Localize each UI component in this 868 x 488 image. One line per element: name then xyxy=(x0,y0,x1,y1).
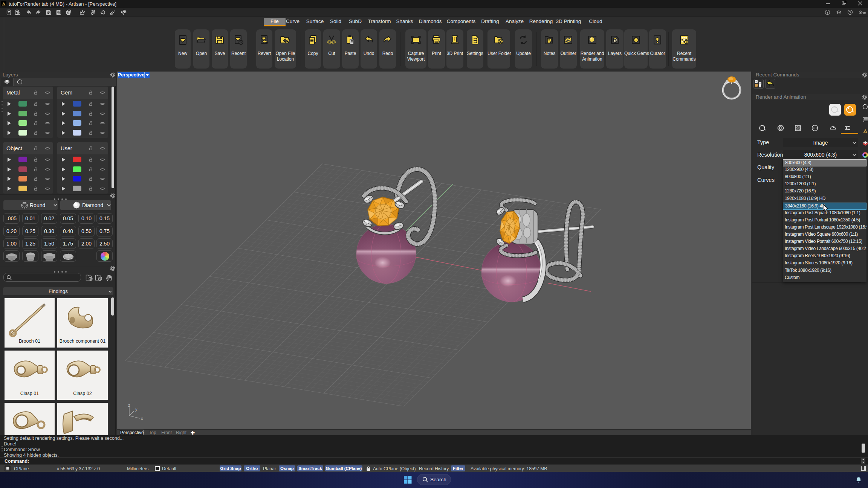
svg-text:x: x xyxy=(141,416,143,421)
svg-text:y: y xyxy=(135,407,138,412)
svg-text:z: z xyxy=(128,403,130,407)
